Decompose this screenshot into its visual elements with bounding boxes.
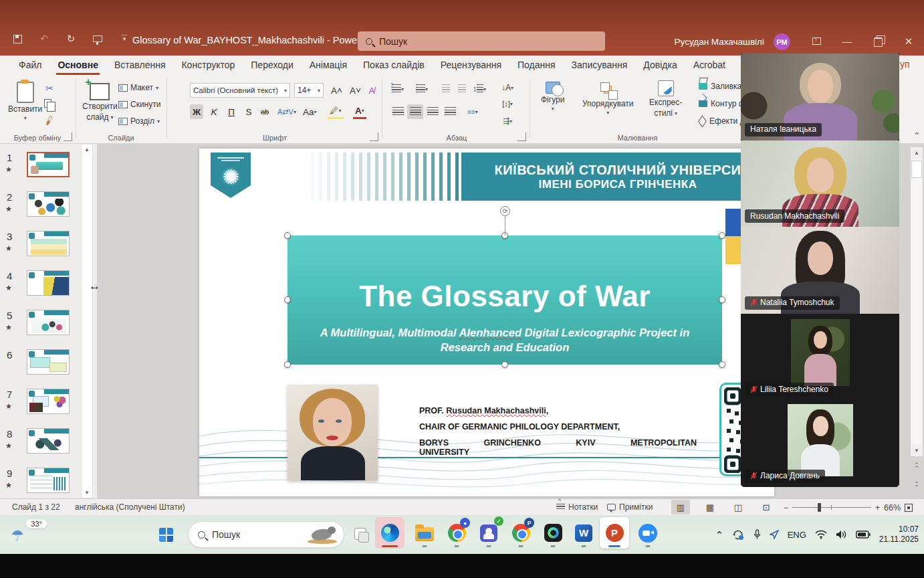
scroll-down-icon[interactable]: ▼	[82, 490, 92, 496]
font-size-combo[interactable]: 14+ ▾	[294, 83, 324, 98]
close-button[interactable]: ✕	[893, 27, 924, 56]
battery-icon[interactable]	[856, 531, 871, 539]
tab-review[interactable]: Рецензування	[433, 56, 509, 75]
next-slide-button[interactable]: ⌄⌄	[911, 480, 923, 486]
video-tile-participant-1[interactable]: Наталя Іваницька	[741, 54, 899, 140]
slide-counter[interactable]: Слайд 1 з 22	[12, 502, 60, 512]
account-avatar[interactable]: PM	[774, 33, 790, 50]
columns-button[interactable]: ≡≡▾	[465, 104, 481, 119]
resize-handle-sw[interactable]	[284, 361, 291, 368]
location-icon[interactable]	[770, 530, 779, 539]
clear-formatting-icon[interactable]: A̸	[365, 83, 378, 98]
ribbon-search-box[interactable]: Пошук	[358, 31, 605, 51]
slide-preview[interactable]	[27, 310, 70, 335]
account-area[interactable]: Русудан Махачашвілі PM	[675, 33, 790, 50]
decrease-indent-icon[interactable]	[438, 82, 454, 96]
thumbnail-slide-9[interactable]: 9 ★	[0, 468, 80, 500]
clock-widget[interactable]: 10:07 21.11.2025	[879, 524, 919, 545]
cut-icon[interactable]: ✂	[45, 83, 53, 94]
tab-slideshow[interactable]: Показ слайдів	[355, 56, 433, 75]
change-case-button[interactable]: Aa▾	[301, 104, 319, 119]
tab-recording[interactable]: Записування	[564, 56, 636, 75]
slide-scrollbar[interactable]: ▲ ▼	[911, 147, 923, 456]
layout-button[interactable]: Макет▾	[118, 83, 158, 92]
undo-icon[interactable]: ↶	[37, 32, 51, 45]
thumbnail-slide-7[interactable]: 7 ★	[0, 389, 80, 421]
resize-handle-ne[interactable]	[719, 232, 725, 239]
zoom-in-button[interactable]: +	[875, 503, 880, 512]
taskbar-word-button[interactable]: W	[569, 517, 598, 549]
scroll-down-icon[interactable]: ▼	[911, 448, 922, 454]
ribbon-display-options-button[interactable]	[801, 27, 832, 56]
input-language-indicator[interactable]: ENG	[788, 530, 806, 540]
tab-animations[interactable]: Анімація	[302, 56, 355, 75]
contextual-tab-fragment[interactable]: уп	[900, 59, 910, 70]
fit-to-window-icon[interactable]	[905, 504, 913, 512]
reset-button[interactable]: Скинути	[118, 100, 160, 109]
tab-view[interactable]: Подання	[509, 56, 564, 75]
zoom-percentage[interactable]: 66%	[884, 503, 901, 512]
previous-slide-button[interactable]: ⌃⌃	[911, 464, 923, 470]
highlight-color-button[interactable]: 🖉▾	[328, 104, 344, 119]
strikethrough-button[interactable]: ab	[258, 104, 271, 119]
video-tile-participant-5[interactable]: Лариса Довгань	[741, 400, 899, 487]
taskbar-zoom-button[interactable]	[633, 517, 663, 549]
slide-preview[interactable]	[27, 231, 70, 256]
taskbar-edge-button[interactable]	[375, 517, 405, 549]
slide-preview[interactable]	[27, 270, 70, 296]
increase-indent-icon[interactable]	[454, 82, 470, 96]
character-spacing-button[interactable]: A⇄V▾	[275, 104, 298, 119]
paste-button[interactable]: Вставити ▾	[8, 82, 42, 121]
start-slideshow-icon[interactable]	[91, 32, 104, 45]
slide-preview[interactable]	[27, 191, 70, 217]
thumbnail-slide-2[interactable]: 2 ★	[0, 191, 80, 223]
task-view-button[interactable]	[354, 528, 366, 540]
bold-button[interactable]: Ж	[190, 104, 203, 119]
text-shadow-button[interactable]: S	[242, 104, 255, 119]
underline-button[interactable]: П	[225, 104, 238, 119]
tab-home[interactable]: Основне	[49, 56, 106, 75]
resize-handle-s[interactable]	[501, 361, 508, 368]
comments-button[interactable]: Примітки	[607, 502, 653, 512]
collapse-ribbon-icon[interactable]: ⌃	[913, 131, 920, 140]
slide-title-text[interactable]: The Glossary of War	[287, 280, 722, 313]
redo-icon[interactable]: ↻	[64, 32, 78, 45]
reading-view-button[interactable]: ◫	[729, 500, 747, 514]
slide-preview[interactable]	[27, 468, 70, 493]
copy-icon[interactable]	[44, 99, 51, 108]
wifi-icon[interactable]	[815, 530, 827, 539]
scroll-up-icon[interactable]: ▲	[82, 147, 92, 153]
thumbnail-slide-4[interactable]: 4 ★	[0, 270, 80, 302]
section-button[interactable]: Розділ▾	[118, 116, 160, 126]
video-tile-participant-4[interactable]: Liliia Tereshchenko	[741, 314, 899, 401]
slide-preview[interactable]	[27, 349, 70, 375]
customize-qat-chevron-icon[interactable]: ▾—	[118, 32, 131, 45]
bullets-button[interactable]: ▾	[390, 82, 406, 96]
slide-canvas[interactable]: КИЇВСЬКИЙ СТОЛИЧНИЙ УНІВЕРСИ ІМЕНІ БОРИС…	[199, 149, 774, 496]
taskbar-search-box[interactable]: Пошук	[188, 521, 344, 548]
tab-help[interactable]: Довідка	[635, 56, 685, 75]
quick-styles-button[interactable]: Експрес- стилі▾	[649, 80, 682, 118]
tab-transitions[interactable]: Переходи	[243, 56, 301, 75]
align-center-button[interactable]	[407, 104, 423, 119]
resize-handle-se[interactable]	[719, 361, 725, 368]
tab-insert[interactable]: Вставлення	[106, 56, 174, 75]
normal-view-button[interactable]: ▥	[671, 500, 690, 514]
align-left-button[interactable]	[390, 104, 406, 119]
new-slide-button[interactable]: Створити слайд▾	[82, 83, 118, 122]
resize-handle-nw[interactable]	[284, 232, 291, 239]
video-tile-participant-3[interactable]: Nataliia Tymoshchuk	[741, 227, 899, 314]
decrease-font-icon[interactable]: A˅	[348, 83, 363, 98]
justify-button[interactable]	[442, 104, 458, 119]
taskbar-teams-button[interactable]: ✓	[474, 517, 503, 549]
zoom-slider-thumb[interactable]	[818, 503, 821, 512]
slide-subtitle-text[interactable]: A Multilingual, Multimodal AIenhanced Di…	[304, 325, 705, 355]
tab-design[interactable]: Конструктор	[173, 56, 243, 75]
align-right-button[interactable]	[425, 104, 441, 119]
video-tile-participant-2[interactable]: Rusudan Makhachashvili	[741, 140, 899, 227]
thumbnail-slide-5[interactable]: 5 ★	[0, 310, 80, 342]
taskbar-chrome-profile1-button[interactable]: ●	[442, 517, 471, 549]
shapes-button[interactable]: Фігури ▾	[541, 82, 564, 112]
scrollbar-thumb[interactable]	[911, 161, 922, 178]
font-name-combo[interactable]: Calibri (Основний текст) ▾	[190, 83, 290, 98]
